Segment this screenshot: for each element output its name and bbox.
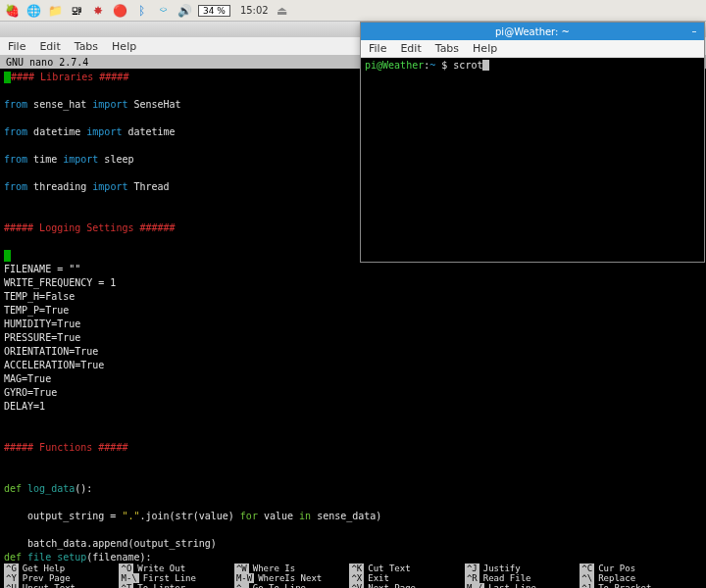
shortcut-cut-text[interactable]: ^KCut Text xyxy=(349,564,464,573)
cursor-icon xyxy=(482,60,489,71)
nano-shortcuts: ^GGet Help ^OWrite Out ^WWhere Is ^KCut … xyxy=(0,563,706,588)
shortcut-write-out[interactable]: ^OWrite Out xyxy=(119,564,233,573)
fg-menu-tabs[interactable]: Tabs xyxy=(435,42,459,55)
fg-terminal-title: pi@Weather: ~ xyxy=(495,26,570,37)
nano-version: GNU nano 2.7.4 xyxy=(6,57,88,68)
mathematica-icon[interactable]: ✸ xyxy=(90,3,106,19)
fg-menu-file[interactable]: File xyxy=(369,42,386,55)
cursor-icon xyxy=(4,250,11,262)
shortcut-to-bracket[interactable]: ^]To Bracket xyxy=(580,583,694,588)
foreground-terminal-window[interactable]: pi@Weather: ~ – File Edit Tabs Help pi@W… xyxy=(360,22,705,263)
volume-icon[interactable]: 🔊 xyxy=(176,3,192,19)
shortcut-justify[interactable]: ^JJustify xyxy=(465,564,580,573)
fg-terminal-menubar: File Edit Tabs Help xyxy=(361,40,704,58)
shell-prompt-dollar: $ xyxy=(435,60,453,71)
shortcut-uncut-text[interactable]: ^UUncut Text xyxy=(4,583,119,588)
shortcut-exit[interactable]: ^XExit xyxy=(349,573,464,583)
battery-indicator[interactable]: 34 % xyxy=(198,5,230,17)
shortcut-read-file[interactable]: ^RRead File xyxy=(465,573,580,583)
shortcut-cur-pos[interactable]: ^CCur Pos xyxy=(580,564,694,573)
menu-file[interactable]: File xyxy=(8,40,25,53)
fg-terminal-titlebar[interactable]: pi@Weather: ~ – xyxy=(361,23,704,40)
menu-help[interactable]: Help xyxy=(112,40,136,53)
shortcut-go-to-line[interactable]: ^_Go To Line xyxy=(234,583,349,588)
clock[interactable]: 15:02 xyxy=(240,5,269,16)
shortcut-to-linter[interactable]: ^TTo Linter xyxy=(119,583,233,588)
file-manager-icon[interactable]: 📁 xyxy=(47,3,63,19)
shortcut-last-line[interactable]: M-/Last Line xyxy=(465,583,580,588)
start-menu-icon[interactable]: 🍓 xyxy=(4,3,20,19)
eject-icon[interactable]: ⏏ xyxy=(275,3,290,19)
close-icon[interactable]: – xyxy=(688,24,700,36)
fg-terminal-body[interactable]: pi@Weather:~ $ scrot xyxy=(361,58,704,262)
shortcut-prev-page[interactable]: ^YPrev Page xyxy=(4,573,119,583)
wolfram-icon[interactable]: 🔴 xyxy=(112,3,127,19)
shortcut-first-line[interactable]: M-\First Line xyxy=(119,573,233,583)
fg-menu-edit[interactable]: Edit xyxy=(400,42,421,55)
terminal-icon[interactable]: 🖳 xyxy=(69,3,84,19)
cursor-icon xyxy=(4,72,11,83)
shell-prompt-user: pi@Weather xyxy=(365,60,424,71)
shortcut-whereis-next[interactable]: M-WWhereIs Next xyxy=(234,573,349,583)
taskbar: 🍓 🌐 📁 🖳 ✸ 🔴 ᛒ ⌔ 🔊 34 % 15:02 ⏏ xyxy=(0,0,706,22)
shortcut-next-page[interactable]: ^VNext Page xyxy=(349,583,464,588)
menu-edit[interactable]: Edit xyxy=(39,40,60,53)
wifi-icon[interactable]: ⌔ xyxy=(155,3,171,19)
fg-menu-help[interactable]: Help xyxy=(473,42,497,55)
shortcut-where-is[interactable]: ^WWhere Is xyxy=(234,564,349,573)
bluetooth-icon[interactable]: ᛒ xyxy=(133,3,149,19)
shortcut-get-help[interactable]: ^GGet Help xyxy=(4,564,119,573)
shortcut-replace[interactable]: ^\Replace xyxy=(580,573,694,583)
shell-command: scrot xyxy=(453,60,482,71)
browser-icon[interactable]: 🌐 xyxy=(25,3,41,19)
menu-tabs[interactable]: Tabs xyxy=(75,40,98,53)
